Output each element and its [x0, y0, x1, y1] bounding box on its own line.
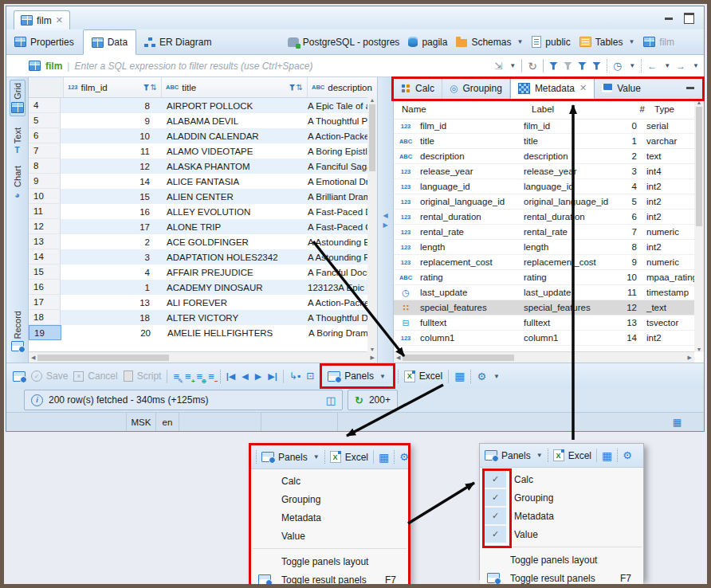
metadata-row[interactable]: ABC description description 2 text	[394, 149, 694, 164]
last-row-icon[interactable]: ▶|	[268, 371, 277, 382]
chevron-down-icon[interactable]: ▼	[664, 62, 670, 69]
editor-tab-film[interactable]: film ✕	[14, 10, 70, 29]
row-number[interactable]: 17	[29, 295, 61, 310]
table-row[interactable]: 16 1 ACADEMY DINOSAUR 123123A Epic Drar	[29, 280, 367, 295]
presentation-text[interactable]: Text T	[13, 127, 22, 155]
breadcrumb-tables[interactable]: Tables ▼	[577, 37, 638, 48]
row-number[interactable]: 14	[29, 249, 61, 265]
panel-tab-grouping[interactable]: ◎ Grouping	[442, 77, 510, 99]
table-row[interactable]: 19 20 AMELIE HELLFIGHTERS A Boring Drama…	[29, 325, 367, 340]
cell-description[interactable]: A Astounding Ref	[304, 249, 367, 265]
collapse-left-icon[interactable]: ◀	[383, 212, 387, 219]
chevron-down-icon[interactable]: ▼	[693, 62, 699, 69]
gear-icon[interactable]: ⚙	[477, 370, 486, 382]
menu-item-checked[interactable]: ✓ Value	[480, 525, 643, 543]
cell-description[interactable]: A Brilliant Drama	[304, 189, 367, 204]
maximize-icon[interactable]	[684, 13, 694, 24]
grid-horizontal-scrollbar[interactable]: ◀ ▶	[29, 351, 377, 363]
metadata-row[interactable]: 123 language_id language_id 4 int2	[394, 179, 694, 194]
table-row[interactable]: 11 16 ALLEY EVOLUTION A Fast-Paced Drar	[29, 204, 367, 219]
metadata-col-label[interactable]: Label	[532, 104, 626, 114]
column-header-film-id[interactable]: 123 film_id ⇅	[64, 77, 162, 97]
metadata-row[interactable]: ⊟ fulltext fulltext 13 tsvector	[394, 316, 694, 331]
tab-er-diagram[interactable]: ER Diagram	[136, 29, 220, 54]
chevron-down-icon[interactable]: ▼	[313, 453, 320, 461]
cell-film-id[interactable]: 13	[61, 295, 163, 310]
table-row[interactable]: 5 9 ALABAMA DEVIL A Thoughtful Pan	[29, 113, 367, 128]
cell-title[interactable]: AMELIE HELLFIGHTERS	[163, 325, 304, 340]
refresh-icon[interactable]: ↻	[355, 394, 363, 406]
row-number[interactable]: 12	[29, 219, 61, 234]
row-number[interactable]: 5	[29, 113, 61, 128]
panels-button[interactable]: Panels ▼	[261, 452, 320, 463]
cell-description[interactable]: A Boring Epistle o	[304, 143, 367, 159]
cell-description[interactable]: A Emotional Dram	[304, 174, 367, 189]
cell-film-id[interactable]: 2	[61, 234, 163, 249]
scroll-right-icon[interactable]: ▶	[371, 355, 375, 361]
chevron-down-icon[interactable]: ▼	[536, 452, 543, 459]
menu-item[interactable]: Value	[251, 527, 408, 545]
table-row[interactable]: 7 11 ALAMO VIDEOTAPE A Boring Epistle o	[29, 143, 367, 159]
breadcrumb-table-film[interactable]: film	[641, 37, 677, 48]
cell-film-id[interactable]: 8	[61, 98, 163, 113]
column-header-description[interactable]: ABC description	[308, 77, 377, 97]
save-button[interactable]: ✓ Save	[31, 370, 68, 382]
row-number[interactable]: 11	[29, 204, 61, 219]
cell-title[interactable]: ADAPTATION HOLES2342	[163, 249, 304, 265]
fetch-all-icon[interactable]: ⊡	[306, 370, 314, 382]
cell-film-id[interactable]: 20	[61, 325, 163, 340]
cell-description[interactable]: A Action-Packed	[304, 295, 367, 310]
row-number[interactable]: 13	[29, 234, 61, 249]
menu-item[interactable]: Metadata	[251, 508, 408, 527]
cancel-button[interactable]: × Cancel	[73, 370, 117, 382]
refresh-icon[interactable]: ↻	[528, 60, 537, 73]
cell-description[interactable]: A Thoughtful Pan	[304, 113, 367, 128]
breadcrumb-schema-public[interactable]: public	[529, 36, 572, 48]
row-number[interactable]: 7	[29, 143, 61, 159]
chevron-down-icon[interactable]: ▼	[493, 373, 500, 380]
metadata-vertical-scrollbar[interactable]: ▲ ▼	[694, 100, 704, 352]
cell-film-id[interactable]: 9	[61, 113, 163, 128]
cell-film-id[interactable]: 14	[61, 174, 163, 189]
excel-button[interactable]: X Excel	[553, 449, 591, 461]
script-button[interactable]: Script	[124, 370, 162, 382]
metadata-row[interactable]: ABC title title 1 varchar	[394, 134, 694, 149]
scrollbar-thumb[interactable]	[37, 355, 169, 361]
grid-view-icon[interactable]: ▦	[454, 370, 465, 382]
panel-minimize[interactable]	[677, 77, 704, 99]
panels-button[interactable]: Panels ▼	[485, 450, 543, 461]
filter-settings-icon[interactable]	[592, 62, 601, 70]
row-number[interactable]: 8	[29, 159, 61, 174]
duplicate-row-icon[interactable]: ≡⊕	[197, 371, 203, 382]
metadata-col-number[interactable]: #	[626, 104, 647, 114]
presentation-chart[interactable]: Chart ◕	[13, 166, 22, 201]
cell-description[interactable]: 123123A Epic Drar	[304, 280, 367, 295]
cell-title[interactable]: ALICE FANTASIA	[163, 174, 304, 189]
scroll-up-icon[interactable]: ▲	[697, 100, 702, 105]
tab-data[interactable]: Data	[83, 29, 136, 55]
row-number[interactable]: 4	[29, 98, 61, 113]
presentation-grid[interactable]: Grid	[10, 80, 26, 116]
grid-view-icon[interactable]: ▦	[379, 451, 389, 464]
cell-title[interactable]: ALABAMA DEVIL	[163, 113, 304, 128]
row-number[interactable]: 9	[29, 174, 61, 189]
breadcrumb-database[interactable]: pagila	[406, 37, 450, 48]
cell-title[interactable]: ALIEN CENTER	[163, 189, 304, 204]
breadcrumb-connection[interactable]: PostgreSQL - postgres	[285, 37, 403, 48]
previous-row-icon[interactable]: ◀	[242, 371, 248, 382]
menu-item-checked[interactable]: ✓ Calc	[480, 470, 643, 488]
filter-clear-icon[interactable]	[564, 62, 572, 70]
cell-film-id[interactable]: 18	[61, 310, 163, 325]
chevron-down-icon[interactable]: ▼	[379, 373, 386, 380]
menu-item-toggle-layout[interactable]: Toggle panels layout	[251, 552, 408, 570]
cell-film-id[interactable]: 4	[61, 265, 163, 280]
panels-button[interactable]: Panels ▼	[326, 370, 387, 382]
cell-film-id[interactable]: 16	[61, 204, 163, 219]
table-row[interactable]: 14 3 ADAPTATION HOLES2342 A Astounding R…	[29, 249, 367, 265]
metadata-row[interactable]: 123 original_language_id original_langua…	[394, 194, 694, 210]
cell-film-id[interactable]: 3	[61, 249, 163, 265]
cell-description[interactable]: A Fanciful Saga of	[304, 159, 367, 174]
cell-description[interactable]: A Thoughtful Drar	[304, 310, 367, 325]
metadata-row[interactable]: 123 rental_rate rental_rate 7 numeric	[394, 225, 694, 240]
close-icon[interactable]: ✕	[56, 15, 63, 25]
